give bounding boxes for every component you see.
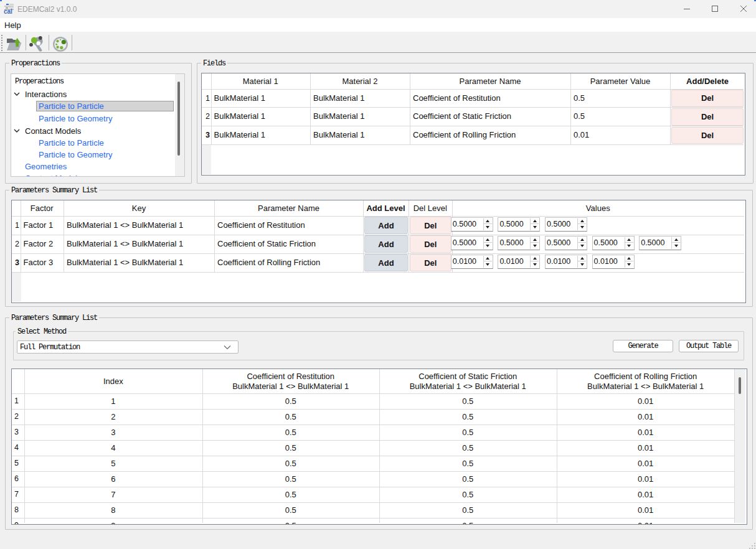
svg-text:cal: cal: [4, 8, 12, 14]
